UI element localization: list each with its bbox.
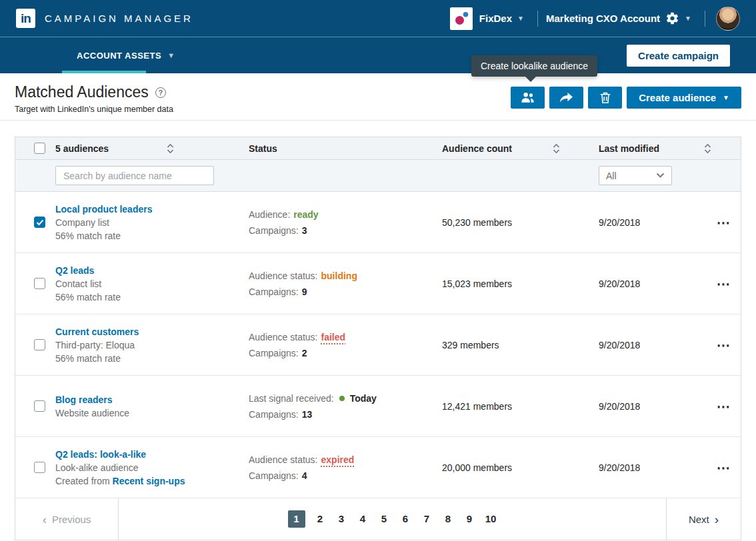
audience-count: 15,023 members [442,278,599,289]
create-lookalike-audience-button[interactable] [511,87,545,109]
app-title: CAMPAIGN MANAGER [45,13,193,24]
audience-count: 329 members [442,340,599,350]
page-numbers: 1 2 3 4 5 6 7 8 9 10 [119,498,666,540]
chevron-left-icon: ‹ [43,513,47,526]
column-header-audiences[interactable]: 5 audiences [55,143,109,154]
page-number-3[interactable]: 3 [335,510,348,528]
column-header-status[interactable]: Status [249,143,277,154]
campaigns-count: 2 [302,348,307,358]
row-checkbox[interactable] [34,278,45,289]
last-modified-date: 9/20/2018 [599,340,715,350]
row-checkbox[interactable] [34,462,45,473]
audience-toolbar: Create audience ▼ [511,87,741,109]
audience-name-link[interactable]: Current customers [55,326,238,337]
campaigns-count: 9 [302,286,307,297]
account-switcher[interactable]: Marketing CXO Account [546,13,660,24]
sort-icon[interactable] [704,143,711,154]
tab-account-assets-label: ACCOUNT ASSETS [77,51,161,61]
more-options-icon[interactable]: ⋯ [715,276,733,291]
topbar-divider [705,11,705,27]
create-audience-button[interactable]: Create audience ▼ [627,87,741,109]
page-number-2[interactable]: 2 [314,510,327,528]
more-options-icon[interactable]: ⋯ [715,460,733,475]
nav-bar: ACCOUNT ASSETS ▼ Create campaign [0,37,756,73]
more-options-icon[interactable]: ⋯ [715,399,733,414]
page-number-9[interactable]: 9 [463,510,476,528]
account-caret-icon[interactable]: ▼ [685,15,691,22]
row-checkbox[interactable] [34,339,45,350]
trash-icon [599,91,611,104]
match-rate: 56% match rate [55,292,238,302]
audiences-table: 5 audiences Status Audience count Last m… [15,137,741,540]
account-settings-gear-icon[interactable] [665,11,679,25]
status-value[interactable]: failed [321,332,346,342]
create-audience-label: Create audience [639,92,716,103]
chevron-down-icon: ▼ [723,94,729,101]
audience-count: 12,421 members [442,401,599,412]
help-icon[interactable]: ? [155,87,166,98]
status-value: ready [293,209,318,220]
audience-type: Third-party: Eloqua [55,340,238,350]
last-modified-filter-select[interactable]: All [599,166,672,185]
more-options-icon[interactable]: ⋯ [715,215,733,230]
match-rate: 56% match rate [55,231,238,241]
select-all-checkbox[interactable] [34,143,45,154]
page-number-5[interactable]: 5 [378,510,391,528]
share-audience-button[interactable] [549,87,583,109]
delete-audience-button[interactable] [588,87,622,109]
match-rate: 56% match rate [55,353,238,364]
linkedin-logo-icon[interactable]: in [16,9,35,28]
column-header-audience-count[interactable]: Audience count [442,143,512,154]
pagination: ‹ Previous 1 2 3 4 5 6 7 8 9 10 Next › [15,498,741,540]
audience-type: Look-alike audience [55,462,238,473]
audience-name-link[interactable]: Blog readers [55,394,238,405]
status-value: Today [350,393,377,404]
page-number-6[interactable]: 6 [399,510,412,528]
campaigns-label: Campaigns: [249,409,299,420]
campaigns-label: Campaigns: [249,348,299,358]
topbar-divider [537,11,538,27]
status-value: building [321,270,357,281]
page-number-8[interactable]: 8 [442,510,455,528]
page-number-4[interactable]: 4 [357,510,369,528]
table-row: Current customers Third-party: Eloqua 56… [15,314,741,376]
row-checkbox[interactable] [34,217,45,228]
row-checkbox[interactable] [34,400,45,412]
audience-name-link[interactable]: Q2 leads: look-a-like [55,449,238,460]
page-number-1[interactable]: 1 [288,510,305,528]
org-caret-icon[interactable]: ▼ [517,15,524,22]
column-header-last-modified[interactable]: Last modified [599,143,659,154]
last-modified-date: 9/20/2018 [599,278,715,289]
next-page-button[interactable]: Next › [666,498,741,540]
tab-account-assets[interactable]: ACCOUNT ASSETS ▼ [77,51,175,61]
fixdex-logo-icon [453,10,470,27]
chevron-down-icon [656,173,665,179]
created-from-line: Created from Recent sign-ups [55,476,238,486]
last-modified-date: 9/20/2018 [599,217,715,228]
signal-status-dot-icon [339,396,345,401]
org-logo-icon[interactable] [450,7,473,30]
audience-name-link[interactable]: Local product leaders [55,204,238,215]
campaigns-label: Campaigns: [249,225,299,236]
source-audience-link[interactable]: Recent sign-ups [113,476,185,486]
more-options-icon[interactable]: ⋯ [715,338,733,352]
checkmark-icon [36,219,44,226]
next-label: Next [689,514,709,525]
status-value[interactable]: expired [321,454,355,465]
chevron-down-icon: ▼ [167,51,175,59]
sort-icon[interactable] [167,143,174,154]
create-campaign-button[interactable]: Create campaign [627,45,730,67]
tooltip-create-lookalike: Create lookalike audience [471,55,597,77]
topbar-right: FixDex ▼ Marketing CXO Account ▼ [450,7,740,31]
audience-name-link[interactable]: Q2 leads [55,265,238,276]
user-avatar[interactable] [716,7,740,31]
sort-icon[interactable] [553,143,560,154]
audience-count: 20,000 members [442,462,599,473]
table-row: Q2 leads Contact list 56% match rate Aud… [15,253,741,314]
org-switcher[interactable]: FixDex [479,13,512,24]
campaigns-count: 13 [302,409,313,420]
page-number-10[interactable]: 10 [485,510,497,528]
page-number-7[interactable]: 7 [421,510,433,528]
previous-page-button[interactable]: ‹ Previous [15,498,119,540]
search-input[interactable] [55,166,214,185]
